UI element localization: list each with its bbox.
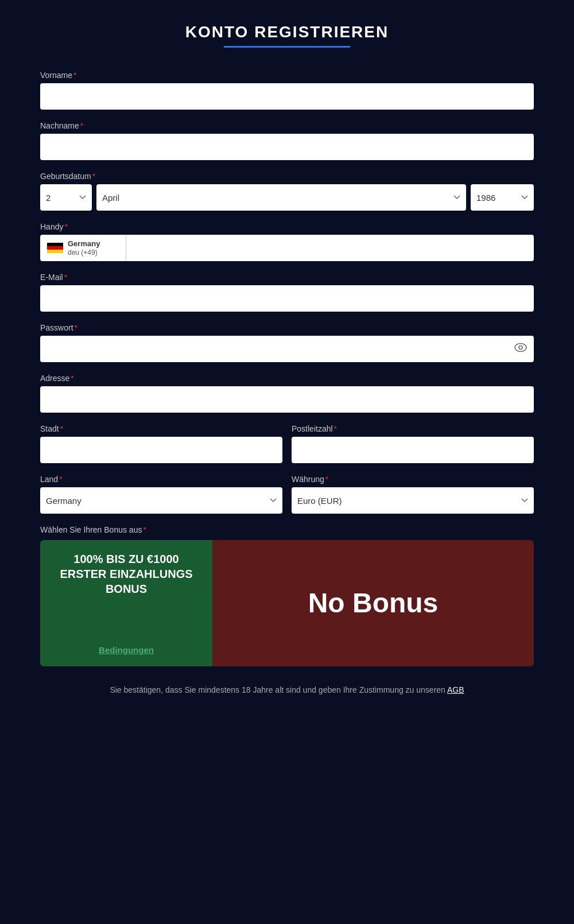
bonus-section-label: Wählen Sie Ihren Bonus aus* <box>40 525 534 534</box>
nachname-input[interactable] <box>40 134 534 160</box>
svg-point-1 <box>519 346 522 350</box>
vorname-input[interactable] <box>40 83 534 110</box>
vorname-group: Vorname* <box>40 71 534 110</box>
email-input[interactable] <box>40 285 534 312</box>
footer-text: Sie bestätigen, dass Sie mindestens 18 J… <box>40 684 534 696</box>
handy-label: Handy* <box>40 222 534 231</box>
stadt-postleitzahl-row: Stadt* Postleitzahl* <box>40 424 534 475</box>
flag-germany-icon <box>47 243 63 253</box>
bonus-card-deposit[interactable]: 100% BIS ZU €1000 ERSTER EINZAHLUNGS BON… <box>40 540 212 666</box>
nachname-label: Nachname* <box>40 121 534 130</box>
phone-country-selector[interactable]: Germany deu (+49) <box>40 235 126 261</box>
handy-group: Handy* Germany deu (+49) <box>40 222 534 261</box>
password-wrapper <box>40 336 534 362</box>
bonus-card-no-bonus[interactable]: No Bonus <box>212 540 534 666</box>
country-code: deu (+49) <box>68 249 100 257</box>
bonus-deposit-title: 100% BIS ZU €1000 ERSTER EINZAHLUNGS BON… <box>49 552 203 596</box>
year-select-wrapper: 1986 1980 1985 1990 <box>471 184 534 211</box>
required-star: * <box>80 121 83 130</box>
country-name: Germany <box>68 239 100 249</box>
vorname-label: Vorname* <box>40 71 534 80</box>
passwort-group: Passwort* <box>40 323 534 362</box>
bonus-conditions-link[interactable]: Bedingungen <box>49 645 203 655</box>
required-star: * <box>59 475 62 484</box>
required-star: * <box>64 222 67 231</box>
postleitzahl-input[interactable] <box>292 437 534 463</box>
stadt-input[interactable] <box>40 437 282 463</box>
required-star: * <box>73 71 76 80</box>
month-select-wrapper: April Januar Februar März Mai Juni <box>96 184 466 211</box>
page-title: KONTO REGISTRIEREN <box>40 23 534 41</box>
year-select[interactable]: 1986 1980 1985 1990 <box>471 184 534 211</box>
stadt-label: Stadt* <box>40 424 282 433</box>
adresse-group: Adresse* <box>40 374 534 413</box>
nachname-group: Nachname* <box>40 121 534 160</box>
required-star: * <box>75 323 77 332</box>
bonus-group: Wählen Sie Ihren Bonus aus* 100% BIS ZU … <box>40 525 534 666</box>
land-label: Land* <box>40 475 282 484</box>
registration-form: Vorname* Nachname* Geburtsdatum* 2 1 3 <box>40 71 534 666</box>
phone-number-input[interactable] <box>126 235 534 261</box>
month-select[interactable]: April Januar Februar März Mai Juni <box>96 184 466 211</box>
wahrung-label: Währung* <box>292 475 534 484</box>
stadt-group: Stadt* <box>40 424 282 463</box>
adresse-input[interactable] <box>40 386 534 413</box>
land-wahrung-row: Land* Germany Austria Switzerland Währun… <box>40 475 534 525</box>
agb-link[interactable]: AGB <box>447 685 464 694</box>
day-select[interactable]: 2 1 3 <box>40 184 92 211</box>
adresse-label: Adresse* <box>40 374 534 383</box>
geburtsdatum-group: Geburtsdatum* 2 1 3 April Januar Februar… <box>40 172 534 211</box>
land-group: Land* Germany Austria Switzerland <box>40 475 282 514</box>
country-text: Germany deu (+49) <box>68 239 100 257</box>
geburtsdatum-label: Geburtsdatum* <box>40 172 534 181</box>
wahrung-group: Währung* Euro (EUR) US Dollar (USD) Brit… <box>292 475 534 514</box>
required-star: * <box>92 172 95 181</box>
required-star: * <box>60 424 63 433</box>
bonus-options: 100% BIS ZU €1000 ERSTER EINZAHLUNGS BON… <box>40 540 534 666</box>
toggle-password-icon[interactable] <box>514 343 527 355</box>
date-row: 2 1 3 April Januar Februar März Mai Juni <box>40 184 534 211</box>
email-label: E-Mail* <box>40 273 534 282</box>
wahrung-select[interactable]: Euro (EUR) US Dollar (USD) British Pound… <box>292 487 534 514</box>
no-bonus-title: No Bonus <box>308 587 439 620</box>
land-select[interactable]: Germany Austria Switzerland <box>40 487 282 514</box>
day-select-wrapper: 2 1 3 <box>40 184 92 211</box>
required-star: * <box>71 374 73 383</box>
email-group: E-Mail* <box>40 273 534 312</box>
postleitzahl-group: Postleitzahl* <box>292 424 534 463</box>
title-underline <box>224 46 350 48</box>
required-star: * <box>143 525 146 534</box>
required-star: * <box>334 424 337 433</box>
svg-point-0 <box>515 344 526 352</box>
phone-row: Germany deu (+49) <box>40 235 534 261</box>
required-star: * <box>325 475 328 484</box>
password-input[interactable] <box>40 336 534 362</box>
required-star: * <box>64 273 67 282</box>
postleitzahl-label: Postleitzahl* <box>292 424 534 433</box>
passwort-label: Passwort* <box>40 323 534 332</box>
